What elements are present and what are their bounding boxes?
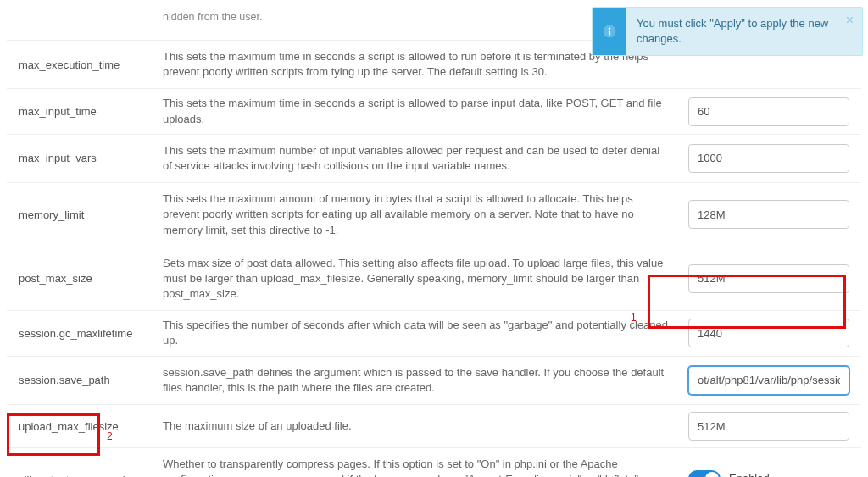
notification-toast: You must click "Apply" to apply the new … — [592, 7, 863, 56]
setting-input-col — [688, 97, 858, 126]
setting-row: session.gc_maxlifetime This specifies th… — [7, 311, 861, 356]
setting-row: post_max_size Sets max size of post data… — [7, 247, 861, 312]
setting-input-col — [688, 366, 858, 395]
memory-limit-field[interactable] — [688, 200, 849, 229]
setting-description: Whether to transparently compress pages.… — [163, 457, 688, 477]
setting-input-col: Enabled — [688, 470, 858, 477]
setting-row: memory_limit This sets the maximum amoun… — [7, 183, 861, 247]
setting-label: session.gc_maxlifetime — [10, 327, 163, 340]
setting-label: max_input_time — [10, 105, 163, 118]
setting-description: session.save_path defines the argument w… — [163, 365, 688, 396]
post-max-size-field[interactable] — [688, 264, 849, 293]
toggle-label: Enabled — [729, 472, 770, 477]
notification-text: You must click "Apply" to apply the new … — [626, 8, 846, 55]
settings-table: . hidden from the user. max_execution_ti… — [0, 0, 868, 477]
setting-label: max_input_vars — [10, 152, 163, 164]
setting-row: max_input_time This sets the maximum tim… — [7, 89, 861, 134]
setting-description: This specifies the number of seconds aft… — [163, 318, 688, 348]
svg-rect-2 — [609, 31, 610, 36]
setting-description: This sets the maximum amount of memory i… — [163, 191, 688, 238]
annotation-label: 1 — [631, 312, 637, 324]
max-input-vars-field[interactable] — [688, 144, 849, 173]
toggle-switch-icon — [688, 470, 721, 477]
setting-row: zlib.output_compression Whether to trans… — [7, 448, 861, 477]
setting-description: This sets the maximum number of input va… — [163, 143, 688, 174]
setting-row: max_input_vars This sets the maximum num… — [7, 135, 861, 183]
setting-row: upload_max_filesize The maximum size of … — [7, 405, 861, 448]
upload-max-filesize-field[interactable] — [688, 412, 849, 441]
zlib-output-compression-toggle[interactable]: Enabled — [688, 470, 770, 477]
setting-label: session.save_path — [10, 374, 163, 386]
setting-input-col — [688, 144, 858, 173]
setting-label: zlib.output_compression — [10, 474, 163, 477]
setting-description: This sets the maximum time in seconds a … — [163, 96, 688, 126]
setting-input-col — [688, 412, 858, 441]
setting-description: The maximum size of an uploaded file. — [163, 419, 688, 434]
setting-label: post_max_size — [10, 272, 163, 285]
setting-label: upload_max_filesize — [10, 420, 163, 433]
info-icon — [593, 8, 626, 55]
session-gc-maxlifetime-field[interactable] — [688, 319, 849, 347]
setting-row: session.save_path session.save_path defi… — [7, 357, 861, 405]
annotation-label: 2 — [107, 430, 113, 442]
setting-label: memory_limit — [10, 208, 163, 221]
max-input-time-field[interactable] — [688, 97, 849, 126]
setting-input-col — [688, 319, 858, 347]
session-save-path-field[interactable] — [688, 366, 849, 395]
setting-label: max_execution_time — [10, 58, 163, 71]
setting-input-col — [688, 200, 858, 229]
setting-label: . — [10, 17, 163, 18]
setting-input-col — [688, 264, 858, 293]
setting-description: Sets max size of post data allowed. This… — [163, 256, 688, 302]
notification-close[interactable]: × — [846, 8, 862, 55]
svg-point-1 — [609, 28, 610, 30]
